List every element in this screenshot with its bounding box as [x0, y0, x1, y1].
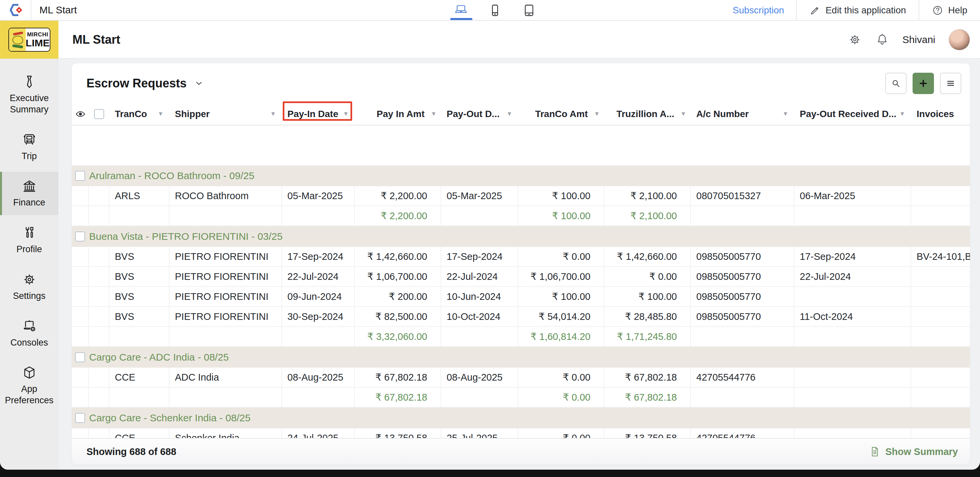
- spacer-cell: [72, 186, 89, 206]
- group-checkbox[interactable]: [75, 413, 85, 423]
- column-header-invoices[interactable]: Invoices: [911, 103, 970, 125]
- show-summary-button[interactable]: Show Summary: [869, 446, 958, 457]
- column-header-shipper[interactable]: Shipper▼: [170, 103, 282, 125]
- filter-arrow-icon[interactable]: ▼: [343, 110, 349, 117]
- column-header-label: TranCo Amt: [535, 109, 588, 119]
- cell-invoices: [911, 206, 970, 225]
- cell-pay-in-date: 22-Jul-2024: [282, 267, 355, 286]
- filter-arrow-icon[interactable]: ▼: [783, 110, 788, 117]
- column-header-label: Pay-Out Received D...: [800, 109, 896, 119]
- help-button[interactable]: Help: [919, 0, 980, 21]
- help-icon: [932, 5, 943, 16]
- column-header-tranco-amt[interactable]: TranCo Amt▼: [519, 103, 605, 125]
- sidebar-item-finance[interactable]: Finance: [0, 172, 59, 215]
- menu-button[interactable]: [940, 73, 961, 94]
- column-header-tranco[interactable]: TranCo▼: [110, 103, 170, 125]
- creator-logo-icon[interactable]: [9, 3, 23, 17]
- column-header-pay-in-date[interactable]: Pay-In Date▼: [282, 103, 355, 125]
- table-row[interactable]: CCESchenker India24-Jul-2025₹ 13,750.582…: [72, 428, 970, 438]
- sidebar-item-settings[interactable]: Settings: [0, 265, 59, 309]
- table-row[interactable]: BVSPIETRO FIORENTINI30-Sep-2024₹ 82,500.…: [72, 307, 970, 327]
- hamburger-icon: [945, 78, 956, 89]
- column-header-pay-out-received-d[interactable]: Pay-Out Received D...▼: [794, 103, 911, 125]
- tablet-view-button[interactable]: [519, 2, 539, 19]
- subtotal-row[interactable]: ₹ 2,200.00₹ 100.00₹ 2,100.00: [72, 206, 970, 226]
- filter-arrow-icon[interactable]: ▼: [680, 110, 686, 117]
- group-checkbox[interactable]: [75, 352, 85, 362]
- chevron-down-icon[interactable]: [194, 78, 204, 89]
- phone-icon: [488, 3, 502, 17]
- column-header-a-c-number[interactable]: A/c Number▼: [691, 103, 794, 125]
- visibility-toggle[interactable]: [72, 103, 89, 125]
- sidebar-item-profile[interactable]: Profile: [0, 219, 59, 262]
- cell-invoices: [911, 368, 970, 387]
- group-header-row[interactable]: Arulraman - ROCO Bathroom - 09/25: [72, 165, 970, 186]
- cell-truzillion-a: ₹ 67,802.18: [605, 388, 691, 407]
- cell-pay-in-date: [282, 206, 355, 225]
- column-header-pay-out-d[interactable]: Pay-Out D...▼: [441, 103, 519, 125]
- filter-arrow-icon[interactable]: ▼: [158, 110, 164, 117]
- filter-arrow-icon[interactable]: ▼: [594, 110, 600, 117]
- column-header-label: Shipper: [175, 109, 210, 119]
- table-header-row: TranCo▼Shipper▼Pay-In Date▼Pay In Amt▼Pa…: [72, 103, 970, 125]
- phone-view-button[interactable]: [485, 2, 505, 19]
- group-checkbox[interactable]: [75, 231, 85, 241]
- filter-arrow-icon[interactable]: ▼: [899, 110, 905, 117]
- spacer-cell: [72, 206, 89, 225]
- cell-shipper: ADC India: [170, 368, 282, 387]
- spacer-cell: [72, 428, 89, 438]
- group-header-row[interactable]: Cargo Care - ADC India - 08/25: [72, 347, 970, 368]
- edit-application-button[interactable]: Edit this application: [796, 0, 919, 21]
- cell-shipper: Schenker India: [170, 428, 282, 438]
- desktop-view-button[interactable]: [451, 2, 471, 19]
- sidebar-item-label: Consoles: [10, 337, 48, 349]
- group-checkbox[interactable]: [75, 171, 85, 181]
- table-row[interactable]: ARLSROCO Bathroom05-Mar-2025₹ 2,200.0005…: [72, 186, 970, 206]
- notifications-button[interactable]: [875, 33, 889, 47]
- spacer-cell: [72, 287, 89, 306]
- subscription-link[interactable]: Subscription: [733, 5, 784, 16]
- column-header-pay-in-amt[interactable]: Pay In Amt▼: [355, 103, 441, 125]
- report-card: Escrow Requests TranCo▼Shipper▼Pay-In Da…: [72, 63, 970, 465]
- group-header-row[interactable]: Cargo Care - Schenker India - 08/25: [72, 407, 970, 428]
- spacer-cell: [72, 368, 89, 387]
- filter-arrow-icon[interactable]: ▼: [270, 110, 276, 117]
- search-button[interactable]: [885, 73, 907, 94]
- cell-invoices: [911, 307, 970, 326]
- filter-arrow-icon[interactable]: ▼: [431, 110, 437, 117]
- table-row[interactable]: CCEADC India08-Aug-2025₹ 67,802.1808-Aug…: [72, 368, 970, 388]
- sidebar-item-trip[interactable]: Trip: [0, 125, 59, 169]
- table-row[interactable]: BVSPIETRO FIORENTINI09-Jun-2024₹ 200.001…: [72, 287, 970, 307]
- group-title: Arulraman - ROCO Bathroom - 09/25: [89, 170, 255, 181]
- column-header-truzillion-a[interactable]: Truzillion A...▼: [605, 103, 691, 125]
- filter-arrow-icon[interactable]: ▼: [506, 110, 512, 117]
- spacer-cell: [89, 327, 110, 346]
- cell-pay-out-received-d: [794, 368, 911, 387]
- pencil-icon: [810, 5, 821, 16]
- add-record-button[interactable]: [913, 73, 934, 94]
- table-row[interactable]: BVSPIETRO FIORENTINI22-Jul-2024₹ 1,06,70…: [72, 267, 970, 287]
- cell-truzillion-a: ₹ 2,100.00: [605, 206, 691, 225]
- sidebar-item-executive-summary[interactable]: Executive Summary: [0, 67, 59, 122]
- table-body: Arulraman - ROCO Bathroom - 09/25ARLSROC…: [72, 165, 970, 438]
- cell-shipper: ROCO Bathroom: [170, 186, 282, 206]
- avatar[interactable]: [949, 29, 970, 51]
- subtotal-row[interactable]: ₹ 67,802.18₹ 0.00₹ 67,802.18: [72, 388, 970, 407]
- spacer-cell: [89, 206, 110, 225]
- cell-tranco: CCE: [110, 428, 170, 438]
- app-logo[interactable]: MIRCHI LIME: [0, 21, 59, 59]
- show-summary-label: Show Summary: [885, 446, 958, 457]
- group-header-row[interactable]: Buena Vista - PIETRO FIORENTINI - 03/25: [72, 226, 970, 247]
- cell-a-c-number: 098505005770: [691, 247, 794, 266]
- laptop-icon: [453, 3, 469, 18]
- table-footer: Showing 688 of 688 Show Summary: [72, 438, 970, 465]
- table-row[interactable]: BVSPIETRO FIORENTINI17-Sep-2024₹ 1,42,66…: [72, 247, 970, 267]
- sidebar-item-app-preferences[interactable]: App Preferences: [0, 358, 59, 413]
- cell-pay-in-date: [282, 327, 355, 346]
- cell-tranco: ARLS: [110, 186, 170, 206]
- search-icon: [891, 78, 901, 89]
- select-all-checkbox[interactable]: [94, 109, 104, 119]
- subtotal-row[interactable]: ₹ 3,32,060.00₹ 1,60,814.20₹ 1,71,245.80: [72, 327, 970, 347]
- sidebar-item-consoles[interactable]: Consoles: [0, 312, 59, 355]
- settings-gear-button[interactable]: [848, 33, 862, 47]
